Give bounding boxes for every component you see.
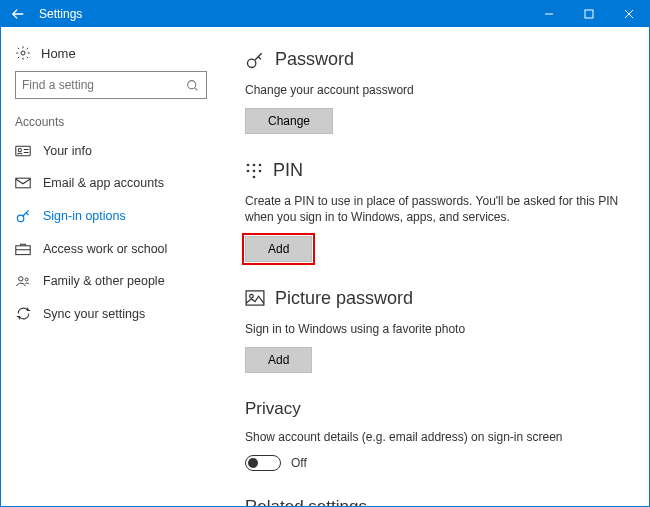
- sidebar-item-label: Email & app accounts: [43, 176, 164, 190]
- section-password: Password Change your account password Ch…: [245, 49, 619, 134]
- privacy-toggle[interactable]: [245, 455, 281, 471]
- sidebar-item-sync[interactable]: Sync your settings: [1, 297, 221, 330]
- sidebar-item-label: Family & other people: [43, 274, 165, 288]
- back-button[interactable]: [1, 1, 35, 27]
- search-field[interactable]: [22, 78, 186, 92]
- home-button[interactable]: Home: [1, 37, 221, 71]
- key-icon: [245, 50, 265, 70]
- section-pin: PIN Create a PIN to use in place of pass…: [245, 160, 619, 261]
- maximize-button[interactable]: [569, 1, 609, 27]
- svg-point-2: [188, 80, 196, 88]
- sidebar-item-label: Sign-in options: [43, 209, 126, 223]
- svg-rect-0: [585, 10, 593, 18]
- svg-point-8: [19, 277, 23, 281]
- sidebar-item-your-info[interactable]: Your info: [1, 135, 221, 167]
- add-pin-button[interactable]: Add: [245, 236, 312, 262]
- sidebar-item-family[interactable]: Family & other people: [1, 265, 221, 297]
- search-icon: [186, 79, 200, 92]
- gear-icon: [15, 45, 31, 61]
- sync-icon: [15, 306, 31, 321]
- section-title: PIN: [273, 160, 303, 181]
- pin-desc: Create a PIN to use in place of password…: [245, 193, 619, 225]
- password-desc: Change your account password: [245, 82, 619, 98]
- picture-desc: Sign in to Windows using a favorite phot…: [245, 321, 619, 337]
- sidebar-item-label: Your info: [43, 144, 92, 158]
- people-icon: [15, 274, 31, 288]
- svg-point-9: [25, 278, 28, 281]
- close-button[interactable]: [609, 1, 649, 27]
- briefcase-icon: [15, 242, 31, 256]
- sidebar-item-label: Access work or school: [43, 242, 167, 256]
- title-bar: Settings: [1, 1, 649, 27]
- sidebar-item-work-school[interactable]: Access work or school: [1, 233, 221, 265]
- section-picture-password: Picture password Sign in to Windows usin…: [245, 288, 619, 373]
- svg-point-14: [247, 169, 250, 172]
- svg-point-12: [253, 163, 256, 166]
- minimize-button[interactable]: [529, 1, 569, 27]
- section-privacy: Privacy Show account details (e.g. email…: [245, 399, 619, 471]
- svg-point-10: [248, 59, 256, 67]
- change-password-button[interactable]: Change: [245, 108, 333, 134]
- sidebar-item-signin-options[interactable]: Sign-in options: [1, 199, 221, 233]
- svg-point-15: [253, 169, 256, 172]
- svg-point-16: [259, 169, 262, 172]
- section-title: Picture password: [275, 288, 413, 309]
- sidebar: Home Accounts Your info Email & app acco…: [1, 27, 221, 506]
- search-input[interactable]: [15, 71, 207, 99]
- svg-point-1: [21, 51, 25, 55]
- svg-rect-5: [16, 178, 30, 188]
- mail-icon: [15, 177, 31, 189]
- svg-point-11: [247, 163, 250, 166]
- svg-point-6: [17, 215, 23, 221]
- privacy-desc: Show account details (e.g. email address…: [245, 429, 619, 445]
- add-picture-password-button[interactable]: Add: [245, 347, 312, 373]
- section-related: Related settings Lock screen: [245, 497, 619, 506]
- toggle-label: Off: [291, 456, 307, 470]
- section-title: Related settings: [245, 497, 619, 506]
- svg-point-19: [250, 295, 254, 299]
- sidebar-item-email[interactable]: Email & app accounts: [1, 167, 221, 199]
- image-icon: [245, 290, 265, 306]
- svg-point-4: [18, 149, 21, 152]
- sidebar-item-label: Sync your settings: [43, 307, 145, 321]
- window-title: Settings: [35, 7, 82, 21]
- section-title: Privacy: [245, 399, 619, 419]
- svg-point-17: [253, 175, 256, 178]
- id-card-icon: [15, 145, 31, 157]
- main-content: Password Change your account password Ch…: [221, 27, 649, 506]
- key-icon: [15, 208, 31, 224]
- svg-rect-18: [246, 291, 264, 305]
- keypad-icon: [245, 162, 263, 180]
- home-label: Home: [41, 46, 76, 61]
- svg-point-13: [259, 163, 262, 166]
- sidebar-group-label: Accounts: [1, 109, 221, 135]
- section-title: Password: [275, 49, 354, 70]
